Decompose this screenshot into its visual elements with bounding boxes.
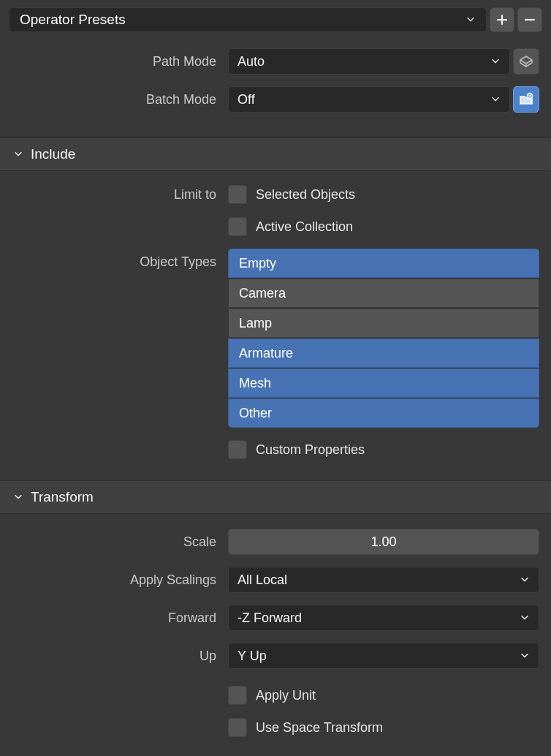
scale-value: 1.00 [370,534,396,550]
object-type-mesh[interactable]: Mesh [228,368,539,398]
batch-mode-value: Off [238,92,255,107]
up-value: Y Up [238,649,267,664]
forward-select[interactable]: -Z Forward [228,605,539,631]
object-types-label: Object Types [9,249,228,270]
use-space-transform-label: Use Space Transform [256,720,383,736]
object-types-list: EmptyCameraLampArmatureMeshOther [228,249,542,428]
include-section-header[interactable]: Include [0,137,551,171]
up-select[interactable]: Y Up [228,643,539,669]
preset-remove-button[interactable] [517,7,542,32]
custom-properties-checkbox[interactable] [228,440,247,459]
chevron-down-icon [13,489,23,505]
path-mode-value: Auto [238,54,265,69]
selected-objects-checkbox[interactable] [228,185,247,204]
scale-field[interactable]: 1.00 [228,529,539,555]
up-label: Up [9,649,228,664]
operator-presets-dropdown[interactable]: Operator Presets [9,7,487,32]
batch-mode-label: Batch Mode [9,92,228,107]
active-collection-checkbox[interactable] [228,217,247,236]
chevron-down-icon [520,611,530,626]
apply-unit-label: Apply Unit [256,688,316,703]
path-mode-label: Path Mode [9,54,228,69]
apply-scalings-select[interactable]: All Local [228,567,539,593]
path-mode-select[interactable]: Auto [228,48,510,75]
object-type-empty[interactable]: Empty [228,249,539,278]
top-form: Path Mode Auto Batch Mode Off [0,47,551,114]
forward-label: Forward [9,611,228,626]
chevron-down-icon [490,92,501,107]
transform-section-header[interactable]: Transform [0,480,551,514]
chevron-down-icon [520,649,530,664]
apply-scalings-value: All Local [238,572,287,588]
apply-scalings-label: Apply Scalings [9,572,228,588]
transform-body: Scale 1.00 Apply Scalings All Local Forw… [0,521,551,744]
preset-add-button[interactable] [490,7,514,32]
object-type-other[interactable]: Other [228,398,539,428]
operator-panel: Operator Presets [0,0,551,32]
chevron-down-icon [13,146,23,162]
operator-presets-label: Operator Presets [20,12,126,28]
object-type-lamp[interactable]: Lamp [228,309,539,338]
custom-properties-label: Custom Properties [256,442,365,458]
apply-unit-checkbox[interactable] [228,686,247,705]
chevron-down-icon [520,572,530,588]
include-title: Include [31,146,75,162]
embed-textures-button[interactable] [513,48,539,75]
batch-mode-select[interactable]: Off [228,86,510,113]
selected-objects-label: Selected Objects [256,187,355,203]
scale-label: Scale [9,534,228,550]
chevron-down-icon [466,12,476,28]
limit-to-label: Limit to [9,187,228,203]
active-collection-label: Active Collection [256,219,353,235]
batch-own-dir-button[interactable] [513,86,539,113]
chevron-down-icon [490,54,501,69]
include-body: Limit to Selected Objects Active Collect… [0,178,551,466]
transform-title: Transform [31,489,94,505]
preset-row: Operator Presets [9,7,542,32]
object-type-armature[interactable]: Armature [228,339,539,368]
object-type-camera[interactable]: Camera [228,279,539,308]
use-space-transform-checkbox[interactable] [228,718,247,737]
forward-value: -Z Forward [238,611,302,626]
